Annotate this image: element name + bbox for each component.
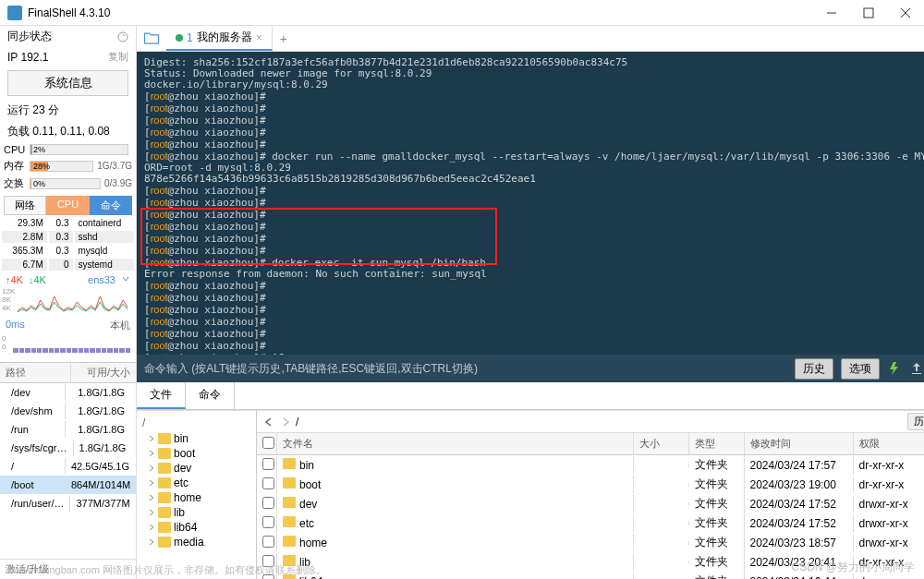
maximize-button[interactable] [850, 0, 887, 26]
col-type[interactable]: 类型 [689, 433, 745, 454]
footer-watermark: www.toxingban.com 网络图片仅展示，非存储。如有侵权请联系删除。 [9, 563, 326, 577]
seg-cmd-button[interactable]: 命令 [90, 196, 132, 215]
mem-label: 内存 [4, 159, 30, 173]
net-download: ↓4K [29, 274, 46, 285]
history-button[interactable]: 历史 [795, 358, 833, 380]
col-perm[interactable]: 权限 [854, 433, 924, 454]
net-upload: ↑4K [6, 274, 23, 285]
lightning-icon[interactable] [887, 361, 902, 376]
tree-root[interactable]: / [139, 415, 254, 431]
ping-host[interactable]: 本机 [110, 319, 130, 332]
sync-status-label: 同步状态 [7, 29, 52, 44]
tree-item[interactable]: boot [139, 446, 254, 461]
sync-icon[interactable] [117, 31, 128, 42]
folder-icon[interactable] [142, 30, 161, 48]
app-title: FinalShell 4.3.10 [28, 6, 110, 19]
seg-cpu-button[interactable]: CPU [46, 196, 89, 215]
tree-item[interactable]: dev [139, 461, 254, 476]
cpu-label: CPU [4, 144, 30, 155]
cpu-bar: 2% [30, 144, 128, 155]
svg-rect-1 [864, 8, 873, 18]
file-row[interactable]: home文件夹2024/03/23 18:57drwxr-xr-xroot/ro… [257, 533, 924, 552]
app-icon [7, 6, 22, 20]
network-sparkline [4, 289, 132, 315]
file-row[interactable]: etc文件夹2024/03/24 17:52drwxr-xr-xroot/roo… [257, 513, 924, 533]
status-dot-icon [176, 34, 183, 42]
credit-watermark: CSDN @努力的小周同学 [791, 560, 915, 575]
ip-value: IP 192.1 [7, 51, 48, 64]
file-row[interactable]: dev文件夹2024/03/24 17:52drwxr-xr-xroot/roo… [257, 494, 924, 513]
tree-item[interactable]: lib [139, 505, 254, 520]
close-button[interactable] [887, 0, 924, 26]
mem-bar: 28% [30, 161, 93, 172]
options-button[interactable]: 选项 [841, 358, 880, 380]
svg-point-4 [118, 32, 128, 42]
cmd-input-hint[interactable]: 命令输入 (按ALT键提示历史,TAB键路径,ESC键返回,双击CTRL切换) [144, 361, 787, 377]
seg-network-button[interactable]: 网络 [4, 196, 46, 215]
copy-ip-button[interactable]: 复制 [108, 50, 128, 64]
cmd-tab[interactable]: 命令 [186, 382, 235, 409]
fs-size-header[interactable]: 可用/大小 [71, 363, 136, 382]
tab-server[interactable]: 1我的服务器× [166, 26, 273, 51]
tree-panel: / binbootdevetchomeliblib64media [137, 411, 257, 579]
tb-history-button[interactable]: 历史 [907, 413, 924, 430]
sidebar: 同步状态 IP 192.1复制 系统信息 运行 23 分 负载 0.11, 0.… [0, 26, 137, 579]
minimize-button[interactable] [813, 0, 850, 26]
fs-row[interactable]: /42.5G/45.1G [0, 457, 136, 476]
net-iface[interactable]: ens33 [88, 274, 116, 285]
select-all-checkbox[interactable] [262, 437, 274, 449]
swap-label: 交换 [4, 176, 30, 190]
col-size[interactable]: 大小 [634, 433, 689, 454]
add-tab-button[interactable]: + [273, 31, 295, 46]
filesystem-list: /dev1.8G/1.8G/dev/shm1.8G/1.8G/run1.8G/1… [0, 383, 136, 559]
system-info-button[interactable]: 系统信息 [7, 70, 128, 96]
forward-icon[interactable] [279, 416, 292, 428]
col-mtime[interactable]: 修改时间 [745, 433, 854, 454]
col-name[interactable]: 文件名 [277, 433, 634, 454]
process-table: 29.3M0.3containerd 2.8M0.3sshd 365.3M0.3… [0, 215, 136, 272]
col-check[interactable] [257, 433, 277, 454]
file-row[interactable]: boot文件夹2024/03/23 19:00dr-xr-xr-xroot/ro… [257, 475, 924, 494]
close-tab-icon[interactable]: × [256, 31, 262, 44]
uptime: 运行 23 分 [7, 103, 59, 118]
back-icon[interactable] [262, 416, 275, 428]
tree-item[interactable]: lib64 [139, 520, 254, 535]
fs-row[interactable]: /sys/fs/cgr…1.8G/1.8G [0, 439, 136, 457]
file-tab[interactable]: 文件 [137, 382, 186, 409]
ping-time: 0ms [6, 319, 25, 332]
ping-bars [13, 336, 130, 353]
path-display[interactable]: / [296, 416, 298, 428]
tree-item[interactable]: home [139, 490, 254, 505]
fs-row[interactable]: /dev/shm1.8G/1.8G [0, 402, 136, 420]
swap-bar: 0% [30, 178, 101, 189]
fs-row[interactable]: /run/user/…377M/377M [0, 494, 136, 513]
file-row[interactable]: bin文件夹2024/03/24 17:57dr-xr-xr-xroot/roo… [257, 455, 924, 475]
tree-item[interactable]: etc [139, 476, 254, 490]
fs-row[interactable]: /run1.8G/1.8G [0, 420, 136, 439]
chevron-down-icon[interactable] [121, 274, 130, 283]
fs-row[interactable]: /dev1.8G/1.8G [0, 383, 136, 402]
tree-item[interactable]: media [139, 535, 254, 549]
fs-row[interactable]: /boot864M/1014M [0, 476, 136, 494]
tree-item[interactable]: bin [139, 431, 254, 446]
fs-path-header[interactable]: 路径 [0, 363, 71, 382]
terminal[interactable]: Digest: sha256:152cf187a3efc56afb0b3877b… [137, 52, 924, 355]
load: 负载 0.11, 0.11, 0.08 [7, 124, 110, 139]
upload-icon[interactable] [909, 361, 924, 376]
